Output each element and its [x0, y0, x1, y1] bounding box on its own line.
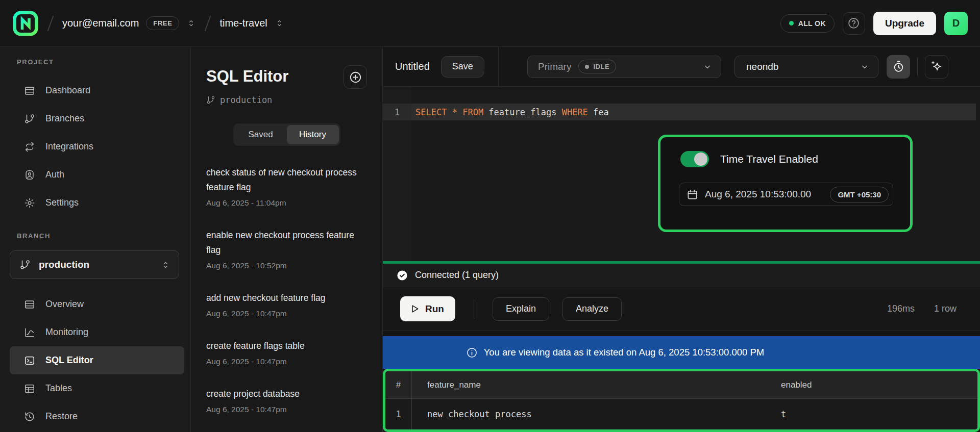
status-label: ALL OK [798, 19, 826, 28]
integrations-icon [24, 141, 35, 153]
help-button[interactable] [843, 12, 865, 35]
sidebar-item-auth[interactable]: Auth [10, 161, 184, 189]
database-selector[interactable]: neondb [734, 56, 878, 78]
time-travel-datetime-field[interactable]: Aug 6, 2025 10:53:00.00 GMT +05:30 [679, 183, 893, 206]
sql-token [447, 107, 452, 117]
sql-token: WHERE [562, 107, 588, 117]
history-item-timestamp: Aug 6, 2025 - 10:47pm [206, 405, 367, 414]
sidebar-item-overview[interactable]: Overview [10, 290, 184, 318]
sidebar-item-integrations[interactable]: Integrations [10, 133, 184, 161]
history-item[interactable]: add new checkout feature flag Aug 6, 202… [206, 291, 367, 318]
column-header--: # [385, 371, 412, 398]
sidebar-item-monitoring[interactable]: Monitoring [10, 318, 184, 346]
sidebar-item-label: Monitoring [45, 327, 88, 338]
plus-circle-icon [349, 70, 362, 84]
line-number: 1 [383, 104, 411, 120]
sql-code-editor[interactable]: 1 SELECT * FROM feature_flags WHERE fea … [383, 87, 980, 261]
question-circle-icon [847, 17, 860, 30]
sql-token: fea [588, 107, 609, 117]
compute-selector[interactable]: Primary IDLE [527, 56, 721, 78]
sidebar-item-restore[interactable]: Restore [10, 402, 184, 430]
query-tab-bar: Untitled Save [383, 47, 499, 86]
connection-status-bar: Connected (1 query) [383, 264, 980, 287]
history-item-title: enable new checkout process feature flag [206, 228, 367, 258]
connection-status-label: Connected (1 query) [415, 270, 499, 281]
status-pill[interactable]: ALL OK [780, 14, 835, 33]
time-travel-button[interactable] [887, 55, 910, 79]
terminal-icon [24, 355, 35, 366]
navbar-actions: ALL OK Upgrade D [780, 12, 968, 35]
idle-dot-icon [585, 65, 589, 69]
ai-assist-button[interactable] [925, 55, 948, 79]
history-item-title: create feature flags table [206, 339, 367, 353]
history-item-title: check status of new checkout process fea… [206, 165, 367, 195]
branch-selector[interactable]: production [10, 250, 179, 279]
sidebar-item-settings[interactable]: Settings [10, 189, 184, 217]
results-table: #feature_nameenabled 1new_checkout_proce… [383, 369, 980, 432]
sql-token: feature_flags [483, 107, 562, 117]
run-button[interactable]: Run [400, 296, 455, 321]
sidebar-item-tables[interactable]: Tables [10, 374, 184, 402]
git-branch-icon [206, 95, 215, 105]
check-circle-icon [396, 269, 408, 282]
sidebar-item-branches[interactable]: Branches [10, 105, 184, 133]
history-item[interactable]: create feature flags table Aug 6, 2025 -… [206, 339, 367, 366]
branch-icon [24, 113, 35, 124]
sql-token [457, 107, 462, 117]
sql-editor-panel: SQL Editor production SavedHistory check… [190, 47, 383, 432]
sidebar-project-items: Dashboard Branches Integrations Auth Set… [10, 77, 184, 217]
project-selector[interactable]: time-travel [219, 17, 284, 29]
auth-icon [24, 169, 35, 181]
save-button[interactable]: Save [441, 56, 484, 78]
app-shell: PROJECT Dashboard Branches Integrations … [0, 47, 980, 432]
history-item[interactable]: enable new checkout process feature flag… [206, 228, 367, 270]
editor-main: Untitled Save Primary IDLE neondb [383, 47, 980, 432]
history-item[interactable]: create project database Aug 6, 2025 - 10… [206, 387, 367, 414]
code-line-1[interactable]: 1 SELECT * FROM feature_flags WHERE fea [383, 104, 976, 120]
sidebar-item-label: Dashboard [45, 85, 90, 96]
saved-history-tabs: SavedHistory [233, 123, 340, 146]
upgrade-button[interactable]: Upgrade [873, 12, 936, 35]
avatar[interactable]: D [944, 12, 968, 35]
database-name: neondb [746, 61, 778, 72]
table-row: 1new_checkout_processt [385, 399, 977, 429]
tab-saved[interactable]: Saved [235, 125, 287, 144]
sidebar-item-label: Auth [45, 169, 64, 180]
chevrons-up-down-icon[interactable] [275, 18, 284, 28]
tab-history[interactable]: History [287, 125, 339, 144]
new-query-button[interactable] [344, 65, 367, 89]
explain-button[interactable]: Explain [493, 297, 549, 321]
run-button-label: Run [425, 303, 444, 315]
play-icon [409, 303, 420, 314]
sidebar-item-dashboard[interactable]: Dashboard [10, 77, 184, 105]
account-selector[interactable]: your@email.com FREE [62, 16, 196, 30]
history-list: check status of new checkout process fea… [206, 165, 367, 414]
status-dot-icon [789, 21, 794, 26]
history-item[interactable]: check status of new checkout process fea… [206, 165, 367, 208]
account-email: your@email.com [62, 17, 139, 29]
time-travel-label: Time Travel Enabled [720, 153, 818, 165]
sparkles-icon [930, 60, 943, 73]
time-travel-popup: Time Travel Enabled Aug 6, 2025 10:53:00… [658, 135, 913, 232]
editor-header: Untitled Save Primary IDLE neondb [383, 47, 980, 87]
history-icon [24, 411, 35, 422]
history-item-title: create project database [206, 387, 367, 401]
window-icon [24, 299, 35, 310]
analyze-button[interactable]: Analyze [562, 297, 622, 321]
spacer [383, 331, 980, 336]
window-icon [24, 85, 35, 96]
editor-toolbar: Primary IDLE neondb [499, 47, 980, 86]
sidebar-section-project: PROJECT [17, 58, 184, 68]
sidebar-item-label: Restore [45, 411, 78, 422]
time-travel-toggle[interactable] [680, 151, 709, 167]
project-name: time-travel [219, 17, 267, 29]
sidebar-item-label: Overview [45, 299, 84, 310]
neon-logo-icon[interactable] [12, 10, 39, 37]
cell-feature-name: new_checkout_process [412, 399, 780, 429]
query-title[interactable]: Untitled [395, 61, 430, 72]
sidebar-item-label: SQL Editor [45, 355, 93, 366]
sidebar-item-label: Branches [45, 113, 84, 124]
chevrons-up-down-icon[interactable] [186, 18, 196, 28]
sidebar-item-sql-editor[interactable]: SQL Editor [10, 346, 184, 374]
sidebar-item-label: Tables [45, 383, 72, 394]
